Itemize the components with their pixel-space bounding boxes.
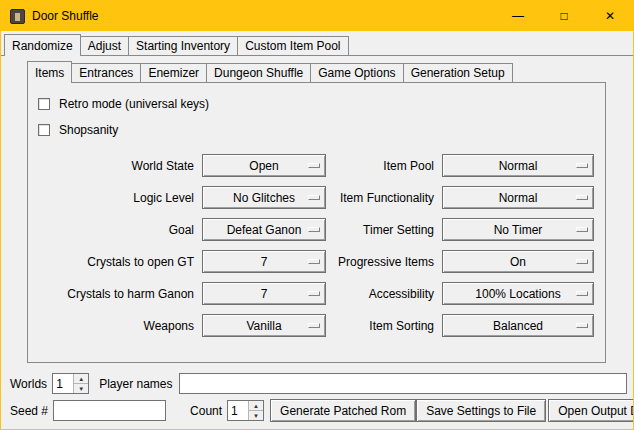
crystals-gt-dropdown[interactable]: 7 — [202, 250, 326, 273]
progressive-items-label: Progressive Items — [334, 255, 434, 269]
tab-entrances[interactable]: Entrances — [71, 63, 141, 82]
tab-custom-item-pool[interactable]: Custom Item Pool — [237, 36, 348, 55]
logic-level-label: Logic Level — [36, 191, 194, 205]
spin-down-icon[interactable]: ▼ — [248, 411, 263, 420]
dropdown-indicator-icon — [576, 163, 588, 168]
spin-down-icon[interactable]: ▼ — [73, 384, 88, 393]
tab-starting-inventory[interactable]: Starting Inventory — [128, 36, 238, 55]
worlds-spin-arrows: ▲ ▼ — [73, 374, 88, 393]
dropdown-indicator-icon — [576, 291, 588, 296]
tab-enemizer[interactable]: Enemizer — [140, 63, 207, 82]
window-title: Door Shuffle — [32, 1, 99, 31]
close-icon: ✕ — [605, 9, 615, 23]
dropdown-indicator-icon — [308, 323, 320, 328]
seed-input[interactable] — [53, 400, 166, 421]
progressive-items-dropdown[interactable]: On — [442, 250, 594, 273]
weapons-dropdown[interactable]: Vanilla — [202, 314, 326, 337]
maximize-icon: □ — [560, 9, 567, 23]
tab-generation-setup[interactable]: Generation Setup — [403, 63, 513, 82]
retro-mode-checkbox[interactable] — [38, 98, 50, 110]
retro-mode-label: Retro mode (universal keys) — [59, 97, 209, 111]
outer-tab-bar: Randomize Adjust Starting Inventory Cust… — [1, 31, 633, 55]
maximize-button[interactable]: □ — [541, 1, 587, 31]
item-pool-dropdown[interactable]: Normal — [442, 154, 594, 177]
count-label: Count — [190, 404, 222, 418]
dropdown-indicator-icon — [308, 163, 320, 168]
timer-setting-label: Timer Setting — [334, 223, 434, 237]
world-state-dropdown[interactable]: Open — [202, 154, 326, 177]
spin-up-icon[interactable]: ▲ — [248, 401, 263, 411]
spin-up-icon[interactable]: ▲ — [73, 374, 88, 384]
dropdown-indicator-icon — [308, 195, 320, 200]
retro-mode-row: Retro mode (universal keys) — [38, 95, 597, 113]
tab-adjust[interactable]: Adjust — [80, 36, 129, 55]
count-spin-arrows: ▲ ▼ — [248, 401, 263, 420]
seed-label: Seed # — [10, 404, 48, 418]
tab-dungeon-shuffle[interactable]: Dungeon Shuffle — [206, 63, 311, 82]
shopsanity-checkbox[interactable] — [38, 124, 50, 136]
goal-label: Goal — [36, 223, 194, 237]
window-controls: — □ ✕ — [495, 1, 633, 31]
dropdown-indicator-icon — [576, 323, 588, 328]
logic-level-dropdown[interactable]: No Glitches — [202, 186, 326, 209]
player-names-label: Player names — [99, 377, 172, 391]
dropdown-indicator-icon — [308, 259, 320, 264]
app-window: Door Shuffle — □ ✕ Randomize Adjust Star… — [0, 0, 634, 430]
close-button[interactable]: ✕ — [587, 1, 633, 31]
timer-setting-dropdown[interactable]: No Timer — [442, 218, 594, 241]
item-functionality-label: Item Functionality — [334, 191, 434, 205]
tab-randomize[interactable]: Randomize — [4, 34, 81, 56]
open-output-directory-button[interactable]: Open Output Directory — [548, 399, 634, 422]
accessibility-dropdown[interactable]: 100% Locations — [442, 282, 594, 305]
shopsanity-label: Shopsanity — [59, 123, 118, 137]
dropdown-indicator-icon — [576, 259, 588, 264]
save-settings-button[interactable]: Save Settings to File — [416, 399, 546, 422]
minimize-button[interactable]: — — [495, 1, 541, 31]
crystals-ganon-dropdown[interactable]: 7 — [202, 282, 326, 305]
count-spinner[interactable]: ▲ ▼ — [227, 400, 264, 421]
item-functionality-dropdown[interactable]: Normal — [442, 186, 594, 209]
dropdown-indicator-icon — [576, 227, 588, 232]
items-pane: Retro mode (universal keys) Shopsanity W… — [27, 82, 606, 363]
shopsanity-row: Shopsanity — [38, 121, 597, 139]
crystals-ganon-label: Crystals to harm Ganon — [36, 287, 194, 301]
count-input[interactable] — [228, 401, 248, 420]
item-sorting-label: Item Sorting — [334, 319, 434, 333]
dropdown-indicator-icon — [576, 195, 588, 200]
dropdown-indicator-icon — [308, 227, 320, 232]
item-sorting-dropdown[interactable]: Balanced — [442, 314, 594, 337]
player-names-input[interactable] — [179, 373, 628, 394]
worlds-row: Worlds ▲ ▼ Player names — [6, 371, 628, 396]
inner-tab-bar: Items Entrances Enemizer Dungeon Shuffle… — [27, 61, 633, 82]
generate-patched-rom-button[interactable]: Generate Patched Rom — [270, 399, 416, 422]
app-icon[interactable] — [10, 9, 25, 24]
minimize-icon: — — [512, 9, 524, 23]
tab-game-options[interactable]: Game Options — [310, 63, 403, 82]
settings-grid: World State Open Item Pool Normal Logic … — [36, 154, 597, 337]
tab-items[interactable]: Items — [27, 61, 72, 83]
item-pool-label: Item Pool — [334, 159, 434, 173]
goal-dropdown[interactable]: Defeat Ganon — [202, 218, 326, 241]
weapons-label: Weapons — [36, 319, 194, 333]
bottom-bar: Worlds ▲ ▼ Player names Seed # Count ▲ ▼ — [1, 368, 633, 429]
worlds-label: Worlds — [10, 377, 47, 391]
randomize-pane: Items Entrances Enemizer Dungeon Shuffle… — [1, 55, 633, 368]
dropdown-indicator-icon — [308, 291, 320, 296]
titlebar: Door Shuffle — □ ✕ — [1, 1, 633, 31]
world-state-label: World State — [36, 159, 194, 173]
seed-row: Seed # Count ▲ ▼ Generate Patched Rom Sa… — [6, 398, 628, 423]
accessibility-label: Accessibility — [334, 287, 434, 301]
worlds-spinner[interactable]: ▲ ▼ — [52, 373, 89, 394]
worlds-input[interactable] — [53, 374, 73, 393]
crystals-gt-label: Crystals to open GT — [36, 255, 194, 269]
